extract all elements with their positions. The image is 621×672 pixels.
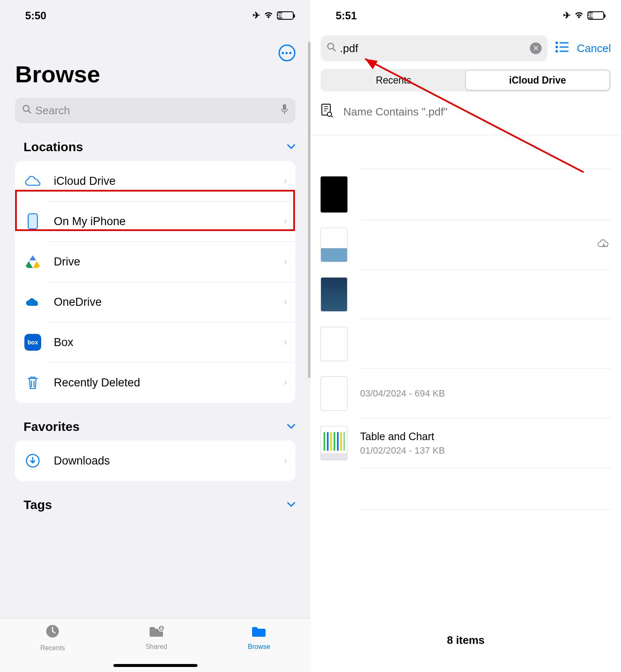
status-bar-right: 5:51 ✈ 29 — [310, 0, 621, 31]
search-value: .pdf — [340, 42, 358, 55]
svg-point-15 — [555, 50, 558, 52]
phone-icon — [24, 212, 42, 231]
segment-icloud-drive[interactable]: iCloud Drive — [466, 70, 610, 90]
document-search-icon — [321, 103, 333, 121]
segment-recents[interactable]: Recents — [322, 70, 466, 90]
svg-point-11 — [555, 42, 558, 44]
clear-search-button[interactable]: ✕ — [530, 42, 542, 54]
file-thumbnail — [321, 376, 347, 411]
wifi-icon — [263, 10, 274, 21]
status-icons: ✈ 29 — [253, 10, 294, 21]
google-drive-icon — [24, 252, 42, 271]
favorite-downloads[interactable]: Downloads › — [15, 441, 295, 481]
chevron-right-icon: › — [284, 216, 287, 227]
cancel-button[interactable]: Cancel — [577, 42, 611, 55]
favorites-group: Downloads › — [15, 441, 295, 481]
result-item[interactable] — [310, 468, 621, 510]
svg-line-1 — [28, 110, 31, 113]
clock-icon — [45, 624, 60, 643]
status-time: 5:51 — [336, 10, 357, 22]
more-button[interactable]: ••• — [279, 45, 295, 61]
search-input[interactable]: .pdf ✕ — [321, 35, 547, 61]
airplane-icon: ✈ — [563, 10, 571, 21]
file-thumbnail — [321, 228, 347, 262]
favorites-header[interactable]: Favorites — [0, 403, 310, 441]
cloud-icon — [24, 172, 42, 190]
shared-folder-icon — [148, 624, 165, 641]
chevron-right-icon: › — [284, 297, 287, 307]
chevron-right-icon: › — [284, 176, 287, 186]
location-on-my-iphone[interactable]: On My iPhone › — [15, 201, 295, 242]
page-title: Browse — [15, 60, 310, 88]
svg-line-10 — [333, 48, 335, 51]
file-thumbnail — [321, 327, 347, 361]
search-suggestion[interactable]: Name Contains ".pdf" — [310, 92, 621, 135]
download-icon — [24, 452, 42, 470]
status-time: 5:50 — [25, 10, 46, 22]
list-view-toggle[interactable] — [555, 41, 569, 56]
chevron-down-icon — [287, 142, 295, 152]
chevron-right-icon: › — [284, 337, 287, 348]
svg-point-8 — [161, 627, 162, 628]
search-bar[interactable]: Search — [15, 98, 295, 123]
location-drive[interactable]: Drive › — [15, 242, 295, 282]
home-indicator[interactable] — [113, 664, 197, 667]
chevron-right-icon: › — [284, 377, 287, 388]
result-item[interactable] — [310, 169, 621, 220]
search-placeholder: Search — [35, 104, 277, 117]
chevron-down-icon — [287, 499, 295, 510]
locations-header[interactable]: Locations — [0, 123, 310, 161]
file-thumbnail — [321, 176, 347, 213]
status-icons: ✈ 29 — [563, 10, 604, 21]
chevron-down-icon — [287, 421, 295, 432]
result-item[interactable] — [310, 319, 621, 369]
onedrive-icon — [24, 293, 42, 311]
locations-group: iCloud Drive › On My iPhone › Drive › On… — [15, 161, 295, 403]
result-item[interactable]: Table and Chart 01/02/2024 - 137 KB — [310, 418, 621, 468]
svg-point-13 — [555, 46, 558, 48]
status-bar-left: 5:50 ✈ 29 — [0, 0, 310, 31]
box-icon: box — [24, 333, 42, 352]
tab-browse[interactable]: Browse — [248, 624, 270, 672]
search-icon — [22, 104, 32, 117]
location-recently-deleted[interactable]: Recently Deleted › — [15, 362, 295, 403]
search-row: .pdf ✕ Cancel — [310, 31, 621, 61]
svg-rect-2 — [283, 104, 286, 110]
tab-recents[interactable]: Recents — [40, 624, 65, 672]
tab-bar: Recents Shared Browse — [0, 618, 310, 672]
search-icon — [326, 42, 337, 55]
battery-icon: 29 — [277, 11, 294, 20]
mic-icon[interactable] — [280, 103, 289, 118]
items-count: 8 items — [310, 634, 621, 647]
location-icloud-drive[interactable]: iCloud Drive › — [15, 161, 295, 201]
chevron-right-icon: › — [284, 455, 287, 466]
battery-icon: 29 — [587, 11, 604, 20]
tags-header[interactable]: Tags — [0, 481, 310, 519]
result-item[interactable]: 03/04/2024 - 694 KB — [310, 369, 621, 418]
file-thumbnail — [321, 426, 347, 460]
svg-line-22 — [331, 116, 333, 117]
search-results: 03/04/2024 - 694 KB Table and Chart 01/0… — [310, 135, 621, 510]
file-thumbnail — [321, 277, 347, 312]
svg-point-21 — [327, 112, 332, 116]
airplane-icon: ✈ — [253, 10, 260, 21]
result-item[interactable] — [310, 220, 621, 270]
result-item[interactable] — [310, 135, 621, 169]
location-onedrive[interactable]: OneDrive › — [15, 282, 295, 322]
svg-rect-4 — [28, 214, 37, 229]
search-scope-segmented: Recents iCloud Drive — [321, 69, 611, 92]
result-item[interactable] — [310, 270, 621, 319]
trash-icon — [24, 373, 42, 392]
cloud-download-icon[interactable] — [597, 238, 611, 252]
location-box[interactable]: box Box › — [15, 322, 295, 362]
chevron-right-icon: › — [284, 256, 287, 267]
folder-icon — [250, 624, 267, 641]
wifi-icon — [574, 10, 584, 21]
